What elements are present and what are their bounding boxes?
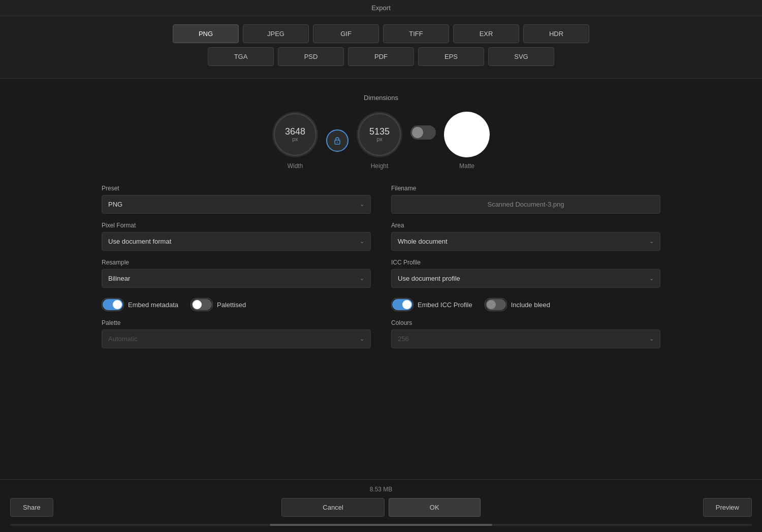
width-unit: px xyxy=(292,136,298,142)
file-size: 8.53 MB xyxy=(370,486,393,493)
scroll-indicator xyxy=(10,524,752,526)
embed-icc-label: Embed ICC Profile xyxy=(418,301,472,309)
embed-icc-knob xyxy=(402,300,411,309)
format-gif[interactable]: GIF xyxy=(313,24,379,43)
palette-group: Palette Automatic ⌄ xyxy=(102,319,371,348)
palette-select: Automatic ⌄ xyxy=(102,329,371,348)
matte-label: Matte xyxy=(459,162,474,170)
colours-select: 256 ⌄ xyxy=(391,329,660,348)
width-label: Width xyxy=(288,162,303,170)
share-button[interactable]: Share xyxy=(10,498,53,517)
dialog-header: Export xyxy=(0,0,762,16)
format-svg[interactable]: SVG xyxy=(488,47,554,66)
preview-button[interactable]: Preview xyxy=(703,498,752,517)
embed-metadata-toggle[interactable] xyxy=(103,299,123,310)
icc-profile-chevron: ⌄ xyxy=(649,275,654,282)
resample-select[interactable]: Bilinear ⌄ xyxy=(102,269,371,288)
area-select[interactable]: Whole document ⌄ xyxy=(391,232,660,251)
format-hdr[interactable]: HDR xyxy=(523,24,589,43)
embed-metadata-toggle-item[interactable]: Embed metadata xyxy=(102,298,178,311)
embed-icc-toggle-wrapper xyxy=(391,298,414,311)
dimensions-title: Dimensions xyxy=(102,94,660,102)
include-bleed-toggle-item[interactable]: Include bleed xyxy=(485,298,550,311)
colours-value: 256 xyxy=(398,335,409,343)
palettised-knob xyxy=(193,300,202,309)
width-value: 3648 xyxy=(285,127,305,136)
palettised-toggle-wrapper xyxy=(190,298,213,311)
height-knob[interactable]: 5135 px xyxy=(357,112,402,157)
palettised-label: Palettised xyxy=(217,301,246,309)
palette-value: Automatic xyxy=(108,335,138,343)
resample-value: Bilinear xyxy=(108,275,130,282)
format-psd[interactable]: PSD xyxy=(278,47,344,66)
width-group: 3648 px Width xyxy=(272,112,318,170)
format-jpeg[interactable]: JPEG xyxy=(243,24,309,43)
matte-color-picker[interactable] xyxy=(444,112,490,157)
height-value: 5135 xyxy=(369,127,390,136)
pixel-format-chevron: ⌄ xyxy=(360,238,364,245)
width-knob[interactable]: 3648 px xyxy=(272,112,318,157)
svg-point-1 xyxy=(337,142,338,143)
pixel-format-select[interactable]: Use document format ⌄ xyxy=(102,232,371,251)
format-tiff[interactable]: TIFF xyxy=(383,24,449,43)
cancel-button[interactable]: Cancel xyxy=(281,498,384,517)
header-title: Export xyxy=(371,4,391,12)
pixel-format-label: Pixel Format xyxy=(102,222,371,229)
preset-label: Preset xyxy=(102,185,371,192)
embed-metadata-label: Embed metadata xyxy=(128,301,178,309)
height-unit: px xyxy=(376,136,383,142)
area-value: Whole document xyxy=(398,238,448,245)
colours-chevron: ⌄ xyxy=(649,336,654,342)
dimensions-section: Dimensions 3648 px Width xyxy=(102,94,660,170)
embed-icc-toggle-item[interactable]: Embed ICC Profile xyxy=(391,298,472,311)
palettised-toggle-item[interactable]: Palettised xyxy=(190,298,246,311)
bottom-buttons: Share Cancel OK Preview xyxy=(10,498,752,517)
format-pdf[interactable]: PDF xyxy=(348,47,414,66)
preset-chevron: ⌄ xyxy=(360,201,364,208)
embed-metadata-knob xyxy=(113,300,122,309)
format-eps[interactable]: EPS xyxy=(418,47,484,66)
icc-profile-group: ICC Profile Use document profile ⌄ xyxy=(391,259,660,288)
colours-label: Colours xyxy=(391,319,660,326)
pixel-format-value: Use document format xyxy=(108,238,171,245)
icc-profile-value: Use document profile xyxy=(398,275,460,282)
scroll-thumb xyxy=(270,524,492,526)
matte-group: Matte xyxy=(444,112,490,170)
pixel-format-group: Pixel Format Use document format ⌄ xyxy=(102,222,371,251)
embed-metadata-toggle-wrapper xyxy=(102,298,124,311)
ok-button[interactable]: OK xyxy=(389,498,481,517)
settings-grid: Preset PNG ⌄ Filename Scanned Document-3… xyxy=(102,185,660,348)
format-section: PNG JPEG GIF TIFF EXR HDR TGA PSD PDF EP… xyxy=(0,16,762,79)
format-png[interactable]: PNG xyxy=(173,24,239,43)
embed-icc-toggle[interactable] xyxy=(392,299,412,310)
aspect-ratio-toggle[interactable] xyxy=(410,125,436,140)
height-label: Height xyxy=(371,162,389,170)
aspect-ratio-knob xyxy=(412,127,423,138)
area-group: Area Whole document ⌄ xyxy=(391,222,660,251)
resample-group: Resample Bilinear ⌄ xyxy=(102,259,371,288)
icc-profile-select[interactable]: Use document profile ⌄ xyxy=(391,269,660,288)
palette-chevron: ⌄ xyxy=(360,336,364,342)
area-label: Area xyxy=(391,222,660,229)
filename-value: Scanned Document-3.png xyxy=(487,201,564,208)
preset-group: Preset PNG ⌄ xyxy=(102,185,371,214)
resample-label: Resample xyxy=(102,259,371,266)
preset-select[interactable]: PNG ⌄ xyxy=(102,195,371,214)
preset-value: PNG xyxy=(108,201,122,208)
filename-input[interactable]: Scanned Document-3.png xyxy=(391,195,660,214)
filename-label: Filename xyxy=(391,185,660,192)
format-exr[interactable]: EXR xyxy=(453,24,519,43)
include-bleed-knob xyxy=(487,300,496,309)
colours-group: Colours 256 ⌄ xyxy=(391,319,660,348)
palettised-toggle[interactable] xyxy=(192,299,212,310)
include-bleed-toggle[interactable] xyxy=(486,299,506,310)
height-group: 5135 px Height xyxy=(357,112,402,170)
format-row-2: TGA PSD PDF EPS SVG xyxy=(102,47,660,66)
toggles-left: Embed metadata Palettised xyxy=(102,298,371,311)
icc-profile-label: ICC Profile xyxy=(391,259,660,266)
main-content: Dimensions 3648 px Width xyxy=(0,79,762,479)
format-tga[interactable]: TGA xyxy=(208,47,274,66)
resample-chevron: ⌄ xyxy=(360,275,364,282)
lock-button[interactable] xyxy=(326,129,348,152)
dimensions-controls: 3648 px Width 5135 px Height xyxy=(102,112,660,170)
